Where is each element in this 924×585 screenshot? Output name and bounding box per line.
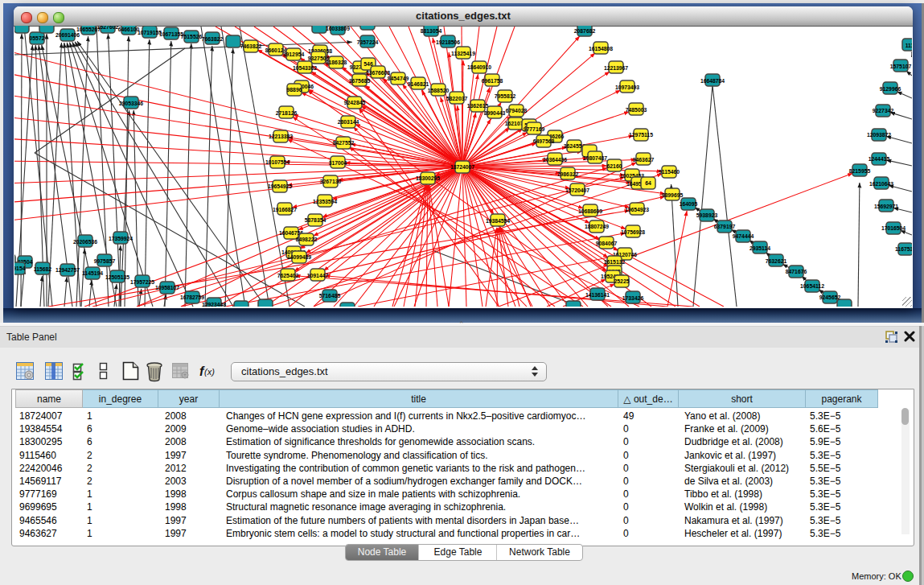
svg-text:6379197: 6379197: [714, 224, 736, 229]
svg-text:1527602: 1527602: [97, 26, 119, 30]
svg-text:10958107: 10958107: [155, 285, 179, 290]
svg-text:29053346: 29053346: [119, 101, 143, 106]
svg-text:7357224: 7357224: [357, 39, 379, 45]
svg-text:20364436: 20364436: [543, 157, 567, 163]
svg-text:12975115: 12975115: [629, 132, 653, 138]
svg-text:8990443: 8990443: [484, 110, 506, 116]
svg-text:1091447: 1091447: [307, 273, 329, 278]
svg-text:9474444: 9474444: [733, 233, 754, 239]
svg-text:14099489: 14099489: [287, 254, 311, 260]
svg-text:12923448: 12923448: [202, 302, 226, 307]
svg-text:9115460: 9115460: [659, 169, 680, 175]
svg-text:8813054: 8813054: [421, 28, 442, 34]
svg-text:16154808: 16154808: [589, 46, 613, 51]
svg-text:9975857: 9975857: [94, 258, 116, 264]
svg-text:20206536: 20206536: [73, 239, 97, 245]
svg-text:12353594: 12353594: [313, 199, 337, 204]
svg-text:19654923: 19654923: [625, 207, 649, 212]
svg-text:10107554: 10107554: [265, 159, 290, 165]
svg-text:23676608: 23676608: [366, 70, 390, 76]
svg-text:8498222: 8498222: [296, 237, 318, 242]
svg-text:9129966: 9129966: [880, 86, 901, 92]
svg-text:9146821: 9146821: [408, 81, 429, 87]
svg-text:10807487: 10807487: [583, 155, 607, 161]
svg-text:8427552: 8427552: [333, 140, 355, 146]
svg-text:8454749: 8454749: [388, 76, 409, 81]
svg-text:10973493: 10973493: [615, 84, 639, 90]
svg-text:10543362: 10543362: [293, 65, 317, 71]
svg-text:9245652: 9245652: [819, 295, 841, 300]
svg-text:6961758: 6961758: [482, 78, 503, 84]
svg-text:5938923: 5938923: [696, 212, 718, 218]
svg-text:6497568: 6497568: [533, 138, 555, 144]
svg-text:9242845: 9242845: [344, 100, 366, 105]
svg-text:7986322: 7986322: [557, 171, 579, 177]
svg-text:98896: 98896: [287, 87, 302, 93]
svg-text:2935114: 2935114: [749, 245, 770, 251]
svg-text:1145194: 1145194: [82, 270, 103, 276]
svg-text:16648784: 16648784: [700, 78, 725, 84]
svg-text:7485003: 7485003: [626, 107, 647, 113]
svg-text:3912954: 3912954: [283, 51, 305, 57]
svg-text:8215955: 8215955: [849, 168, 871, 174]
svg-text:1362615: 1362615: [467, 103, 489, 109]
svg-text:7632621: 7632621: [766, 258, 787, 264]
svg-text:62160: 62160: [607, 163, 622, 169]
svg-text:11325419: 11325419: [451, 51, 475, 56]
svg-text:1588520: 1588520: [428, 88, 450, 93]
svg-text:9084067: 9084067: [596, 241, 618, 246]
svg-text:7625402: 7625402: [277, 273, 299, 278]
svg-text:16033809: 16033809: [326, 26, 350, 31]
svg-text:2087682: 2087682: [574, 28, 596, 34]
svg-text:17957225: 17957225: [130, 279, 154, 285]
svg-text:7515526: 7515526: [181, 34, 203, 39]
svg-text:12093872: 12093872: [867, 132, 891, 138]
svg-text:39154: 39154: [14, 266, 26, 271]
svg-text:10671355: 10671355: [159, 31, 183, 37]
svg-text:17016504: 17016504: [881, 225, 906, 231]
svg-text:12505135: 12505135: [105, 274, 129, 280]
svg-text:5822037: 5822037: [446, 96, 468, 101]
svg-text:9227342: 9227342: [873, 108, 894, 113]
svg-text:2718126: 2718126: [276, 110, 298, 116]
svg-text:10719155: 10719155: [138, 30, 162, 35]
svg-text:5716485: 5716485: [319, 293, 341, 299]
svg-text:8186328: 8186328: [326, 60, 347, 65]
svg-text:16782759: 16782759: [180, 295, 204, 300]
svg-text:6466100: 6466100: [118, 27, 140, 32]
svg-text:111: 111: [906, 43, 912, 48]
svg-text:1167533: 1167533: [895, 246, 912, 252]
svg-text:546: 546: [363, 61, 373, 67]
svg-text:1244415: 1244415: [869, 156, 890, 162]
svg-text:7955812: 7955812: [495, 93, 516, 99]
svg-text:15720407: 15720407: [565, 187, 589, 193]
svg-text:9899695: 9899695: [662, 192, 684, 198]
svg-text:7463822: 7463822: [240, 43, 262, 49]
svg-text:19654925: 19654925: [268, 183, 292, 189]
svg-text:1733426: 1733426: [622, 295, 644, 301]
svg-text:9777169: 9777169: [524, 126, 545, 132]
svg-text:5878354: 5878354: [305, 217, 326, 223]
svg-text:9463627: 9463627: [633, 157, 655, 163]
svg-text:2803144: 2803144: [338, 119, 359, 125]
svg-text:19218506: 19218506: [436, 39, 460, 45]
svg-text:7663822: 7663822: [202, 36, 224, 42]
svg-text:3675685: 3675685: [349, 78, 371, 84]
svg-text:10688609: 10688609: [578, 208, 602, 214]
svg-text:1615132: 1615132: [604, 259, 626, 265]
svg-text:12942757: 12942757: [55, 267, 80, 273]
svg-text:17359924: 17359924: [109, 236, 133, 241]
svg-text:12213967: 12213967: [604, 65, 628, 71]
svg-text:16210643: 16210643: [869, 181, 893, 187]
svg-text:14136141: 14136141: [585, 292, 610, 298]
svg-text:20691406: 20691406: [55, 32, 80, 38]
svg-text:05572: 05572: [30, 35, 45, 41]
svg-text:25225: 25225: [614, 278, 630, 284]
svg-text:8471676: 8471676: [786, 269, 807, 274]
svg-text:12213382: 12213382: [269, 134, 293, 139]
svg-text:18807249: 18807249: [585, 224, 609, 229]
svg-text:6794028: 6794028: [506, 108, 528, 113]
svg-text:19384554: 19384554: [486, 218, 510, 224]
svg-text:10756928: 10756928: [621, 229, 645, 235]
svg-text:1575107: 1575107: [890, 64, 912, 69]
